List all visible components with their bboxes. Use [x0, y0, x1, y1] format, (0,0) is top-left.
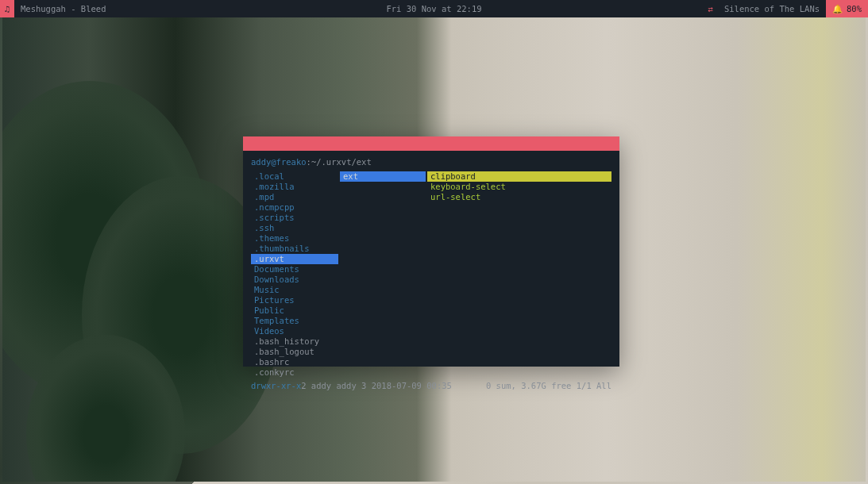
status-details: 2 addy addy 3 2018-07-09 00:35 — [301, 381, 452, 390]
file-entry[interactable]: keyboard-select — [427, 182, 611, 192]
file-columns: .local.mozilla.mpd.ncmpcpp.scripts.ssh.t… — [251, 171, 611, 378]
prompt-user: addy@freako — [251, 157, 307, 167]
file-entry[interactable]: ext — [340, 171, 426, 182]
file-entry[interactable]: .ssh — [251, 223, 338, 233]
battery-percent: 80% — [847, 4, 862, 13]
top-bar: ♫ Meshuggah - Bleed Fri 30 Nov at 22:19 … — [0, 0, 868, 17]
file-entry[interactable]: .ncmpcpp — [251, 202, 338, 213]
file-entry[interactable]: Videos — [251, 326, 338, 336]
file-entry[interactable]: Downloads — [251, 275, 338, 285]
file-entry[interactable]: .bashrc — [251, 357, 338, 367]
file-entry[interactable]: Music — [251, 285, 338, 295]
file-entry[interactable]: .mpd — [251, 192, 338, 202]
parent-dir-column[interactable]: .local.mozilla.mpd.ncmpcpp.scripts.ssh.t… — [251, 171, 338, 378]
file-entry[interactable]: url-select — [427, 192, 611, 202]
now-playing-text[interactable]: Meshuggah - Bleed — [14, 4, 112, 13]
file-entry[interactable]: .thumbnails — [251, 244, 338, 254]
music-icon[interactable]: ♫ — [0, 0, 14, 17]
terminal-titlebar[interactable] — [243, 136, 619, 151]
file-entry[interactable]: .local — [251, 171, 338, 182]
file-entry[interactable]: .mozilla — [251, 182, 338, 192]
clock-text: Fri 30 Nov at 22:19 — [386, 4, 481, 13]
status-summary: 0 sum, 3.67G free 1/1 All — [486, 381, 611, 390]
file-entry[interactable]: .themes — [251, 233, 338, 244]
file-entry[interactable]: Documents — [251, 264, 338, 275]
bell-icon: 🔔 — [832, 4, 843, 14]
terminal-window[interactable]: addy@freako:~/.urxvt/ext .local.mozilla.… — [243, 136, 619, 367]
status-line: drwxr-xr-x 2 addy addy 3 2018-07-09 00:3… — [251, 381, 611, 390]
file-entry[interactable]: Pictures — [251, 295, 338, 305]
file-entry[interactable]: Public — [251, 305, 338, 316]
file-entry[interactable]: .urxvt — [251, 254, 338, 264]
network-icon[interactable]: ⇄ — [704, 4, 718, 13]
file-entry[interactable]: .bash_history — [251, 336, 338, 347]
network-name[interactable]: Silence of The LANs — [718, 4, 826, 13]
preview-column[interactable]: clipboardkeyboard-selecturl-select — [427, 171, 611, 378]
prompt-line: addy@freako:~/.urxvt/ext — [251, 157, 611, 167]
terminal-body[interactable]: addy@freako:~/.urxvt/ext .local.mozilla.… — [243, 151, 619, 367]
file-entry[interactable]: .bash_logout — [251, 347, 338, 357]
status-permissions: drwxr-xr-x — [251, 381, 301, 390]
file-entry[interactable]: .scripts — [251, 213, 338, 223]
prompt-path: ~/.urxvt/ext — [311, 157, 372, 167]
file-entry[interactable]: clipboard — [427, 171, 611, 182]
battery-indicator[interactable]: 🔔 80% — [826, 0, 868, 17]
file-entry[interactable]: Templates — [251, 316, 338, 326]
current-dir-column[interactable]: ext — [340, 171, 426, 378]
file-entry[interactable]: .conkyrc — [251, 367, 338, 378]
